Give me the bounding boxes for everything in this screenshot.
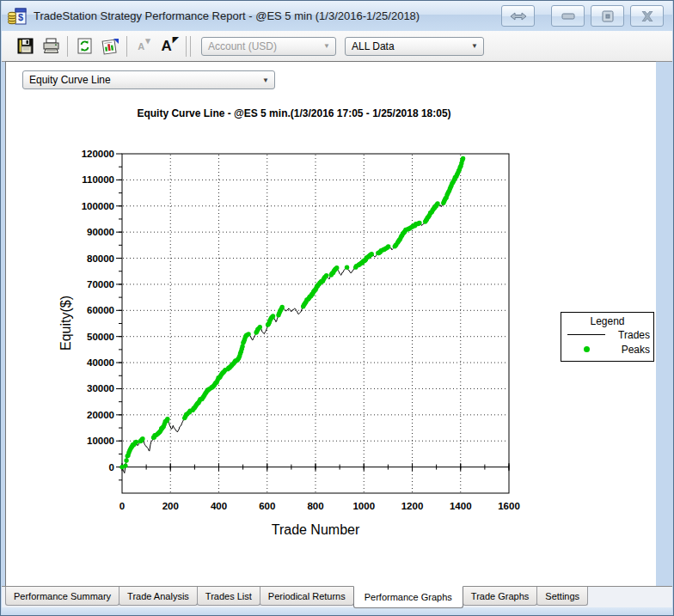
save-button[interactable] xyxy=(14,35,36,58)
x-tick-label: 400 xyxy=(211,501,227,511)
y-tick-label: 90000 xyxy=(87,227,114,237)
minimize-button[interactable] xyxy=(551,5,585,27)
peak-dot xyxy=(134,440,138,444)
peak-dot xyxy=(258,325,262,329)
toolbar: A ▾ A ◤ Account (USD) ▼ ALL Data ▼ xyxy=(2,31,672,62)
peak-dot xyxy=(345,265,349,269)
toolbar-separator xyxy=(67,36,68,57)
y-tick-label: 50000 xyxy=(87,332,114,342)
toolbar-separator xyxy=(186,36,187,57)
x-tick-label: 1400 xyxy=(450,501,472,511)
legend-item-trades: Trades xyxy=(561,327,653,342)
toolbar-separator xyxy=(190,36,191,57)
chevron-down-icon: ▼ xyxy=(471,42,478,50)
peak-dot xyxy=(165,417,169,421)
window-bottom-border xyxy=(2,607,672,616)
tab-periodical-returns[interactable]: Periodical Returns xyxy=(260,587,354,606)
y-tick-label: 30000 xyxy=(87,383,114,393)
print-button[interactable] xyxy=(40,35,62,58)
peaks-dot-swatch xyxy=(584,346,590,352)
equity-curve-chart: 0100002000030000400005000060000700008000… xyxy=(6,62,657,543)
y-tick-label: 80000 xyxy=(87,253,114,264)
app-window: $ TradeStation Strategy Performance Repo… xyxy=(0,0,674,616)
title-bar[interactable]: $ TradeStation Strategy Performance Repo… xyxy=(2,1,672,31)
data-range-dropdown-value: ALL Data xyxy=(352,40,395,52)
x-tick-label: 1200 xyxy=(401,501,424,511)
x-tick-label: 800 xyxy=(307,501,323,511)
peak-dot xyxy=(246,332,250,336)
account-dropdown[interactable]: Account (USD) ▼ xyxy=(201,37,336,56)
tab-trades-list[interactable]: Trades List xyxy=(197,587,260,606)
report-settings-button[interactable] xyxy=(99,35,121,58)
report-pane: Equity Curve Line ▼ Equity Curve Line - … xyxy=(5,61,656,586)
x-tick-label: 1600 xyxy=(498,501,520,511)
peak-dot xyxy=(417,221,421,225)
y-tick-label: 100000 xyxy=(82,201,114,211)
chart-legend: Legend Trades Peaks xyxy=(561,312,654,362)
x-tick-label: 0 xyxy=(119,501,125,511)
peak-dot xyxy=(461,156,465,161)
restore-button[interactable] xyxy=(591,5,624,27)
window-title: TradeStation Strategy Performance Report… xyxy=(34,9,501,22)
tab-settings[interactable]: Settings xyxy=(536,587,588,606)
toolbar-separator xyxy=(126,36,127,57)
peak-dot xyxy=(140,436,144,441)
report-tab-bar: Performance Summary Trade Analysis Trade… xyxy=(2,586,672,608)
resize-horizontal-button[interactable] xyxy=(501,5,535,27)
y-tick-label: 40000 xyxy=(87,357,114,368)
chevron-down-icon: ▼ xyxy=(323,42,330,50)
y-tick-label: 10000 xyxy=(87,436,114,446)
peak-dot xyxy=(435,201,439,205)
peak-dot xyxy=(386,244,390,248)
x-tick-label: 200 xyxy=(162,501,179,511)
data-range-dropdown[interactable]: ALL Data ▼ xyxy=(345,37,484,56)
peak-dot xyxy=(279,305,284,309)
peak-dot xyxy=(324,273,328,278)
increase-font-glyph: A xyxy=(161,38,171,55)
peak-dot xyxy=(271,314,275,318)
y-tick-label: 120000 xyxy=(82,149,114,159)
legend-label-trades: Trades xyxy=(611,329,653,341)
peak-dot xyxy=(334,265,339,270)
trades-line-swatch xyxy=(567,334,605,335)
account-dropdown-value: Account (USD) xyxy=(208,40,277,52)
y-tick-label: 70000 xyxy=(87,279,114,290)
y-tick-label: 60000 xyxy=(87,305,114,315)
y-tick-label: 0 xyxy=(109,462,114,473)
peak-dot xyxy=(123,463,127,467)
peak-dot xyxy=(370,252,374,256)
legend-title: Legend xyxy=(561,313,653,327)
decrease-font-glyph: A xyxy=(138,41,144,52)
tab-performance-graphs[interactable]: Performance Graphs xyxy=(353,586,463,608)
increase-font-button[interactable]: A ◤ xyxy=(158,35,181,58)
tab-trade-analysis[interactable]: Trade Analysis xyxy=(119,587,198,606)
y-tick-label: 110000 xyxy=(82,174,114,185)
tab-performance-summary[interactable]: Performance Summary xyxy=(5,587,119,606)
legend-item-peaks: Peaks xyxy=(561,342,653,357)
decrease-font-button[interactable]: A ▾ xyxy=(132,35,155,58)
x-tick-label: 600 xyxy=(259,501,275,511)
close-button[interactable] xyxy=(630,5,664,27)
tab-trade-graphs[interactable]: Trade Graphs xyxy=(463,587,537,606)
refresh-button[interactable] xyxy=(73,35,95,58)
peak-dot xyxy=(124,458,128,462)
svg-text:$: $ xyxy=(18,12,23,22)
y-tick-label: 20000 xyxy=(87,410,114,420)
x-tick-label: 1000 xyxy=(352,501,375,511)
legend-label-peaks: Peaks xyxy=(611,344,653,356)
app-icon: $ xyxy=(8,8,27,25)
